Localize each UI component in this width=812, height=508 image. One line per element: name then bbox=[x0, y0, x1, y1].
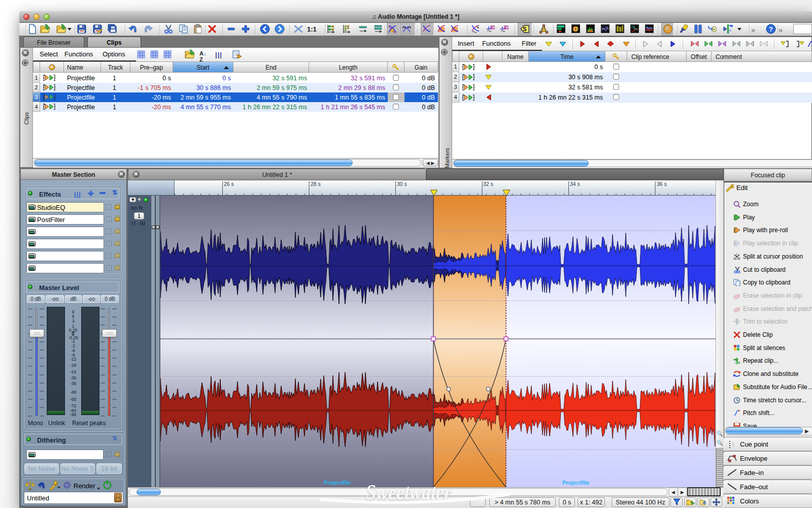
svg-text:S: S bbox=[523, 26, 526, 32]
svg-text:?: ? bbox=[769, 25, 773, 33]
